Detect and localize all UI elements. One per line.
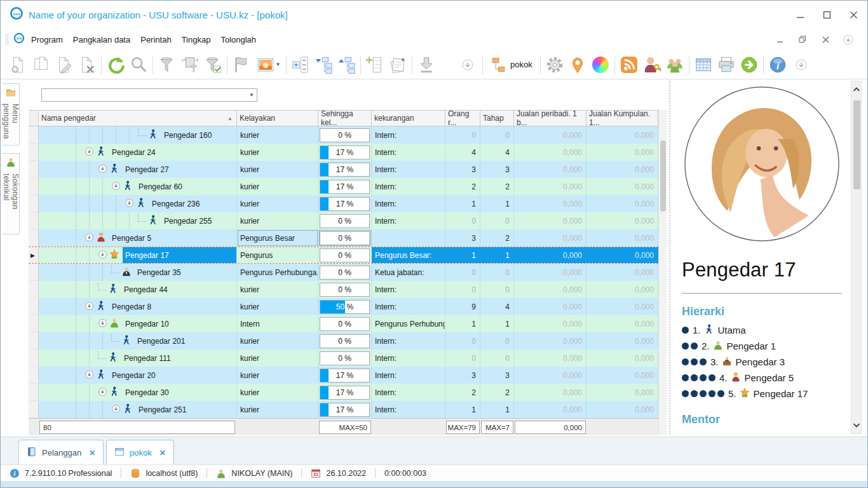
jualan-peribadi-cell[interactable]: 0,000 bbox=[514, 178, 587, 195]
tahap-cell[interactable]: 0 bbox=[480, 212, 514, 229]
kekurangan-cell[interactable]: Intern: bbox=[372, 367, 445, 384]
jualan-kumpulan-cell[interactable]: 0,000 bbox=[587, 126, 658, 144]
tahap-cell[interactable]: 0 bbox=[480, 349, 514, 367]
jualan-kumpulan-cell[interactable]: 0,000 bbox=[587, 229, 658, 247]
filter-window-icon[interactable] bbox=[179, 53, 201, 77]
tab-close-icon[interactable]: ✕ bbox=[159, 449, 166, 458]
kekurangan-cell[interactable]: Pengurus Perhubung... bbox=[372, 315, 445, 332]
percent-cell[interactable]: 17 % bbox=[318, 384, 372, 401]
footer-pct-summary[interactable]: MAX=50 bbox=[319, 421, 371, 434]
tahap-cell[interactable]: 2 bbox=[480, 384, 514, 401]
jualan-kumpulan-cell[interactable]: 0,000 bbox=[587, 195, 658, 212]
table-row-pengedar-160[interactable]: Pengedar 160kurier0 %Intern:000,0000,000 bbox=[29, 126, 658, 144]
percent-cell[interactable]: 0 % bbox=[318, 281, 372, 298]
color-wheel-icon[interactable] bbox=[589, 53, 612, 77]
orang-cell[interactable]: 1 bbox=[445, 247, 480, 263]
kekurangan-cell[interactable]: Intern: bbox=[372, 212, 445, 229]
jualan-peribadi-cell[interactable]: 0,000 bbox=[514, 126, 587, 144]
jualan-peribadi-cell[interactable]: 0,000 bbox=[514, 229, 587, 247]
tahap-cell[interactable]: 0 bbox=[480, 332, 514, 349]
footer-jualan-summary[interactable]: 0,000 bbox=[515, 421, 586, 434]
grid-scrollbar-thumb[interactable] bbox=[660, 140, 666, 212]
column-header-7[interactable]: Jualan peribadi. 1 b... bbox=[514, 111, 587, 126]
tahap-cell[interactable]: 1 bbox=[480, 315, 514, 332]
orang-cell[interactable]: 3 bbox=[445, 229, 480, 247]
percent-cell[interactable]: 17 % bbox=[318, 161, 372, 178]
table-row-pengedar-60[interactable]: Pengedar 60kurier17 %Intern:220,0000,000 bbox=[29, 178, 658, 195]
tab-close-icon[interactable]: ✕ bbox=[89, 449, 95, 458]
table-row-pengedar-17[interactable]: ▶Pengedar 17Pengurus0 %Pengurus Besar:11… bbox=[29, 247, 658, 264]
jualan-kumpulan-cell[interactable]: 0,000 bbox=[587, 281, 658, 298]
kelayakan-cell[interactable]: kurier bbox=[237, 161, 318, 178]
name-cell[interactable]: Pengedar 5 bbox=[39, 229, 237, 247]
chevron-down-icon[interactable]: ▼ bbox=[276, 62, 281, 67]
percent-cell[interactable]: 17 % bbox=[318, 144, 372, 161]
tahap-cell[interactable]: 1 bbox=[480, 247, 514, 263]
table-row-pengedar-10[interactable]: Pengedar 10Intern0 %Pengurus Perhubung..… bbox=[29, 315, 658, 332]
kekurangan-cell[interactable]: Intern: bbox=[372, 349, 445, 367]
kekurangan-cell[interactable]: Intern: bbox=[372, 384, 445, 401]
jualan-kumpulan-cell[interactable]: 0,000 bbox=[587, 384, 658, 401]
name-cell[interactable]: Pengedar 20 bbox=[39, 367, 237, 384]
orang-cell[interactable]: 0 bbox=[445, 349, 480, 367]
name-cell[interactable]: Pengedar 111 bbox=[39, 349, 237, 367]
expand-node-icon[interactable] bbox=[98, 164, 107, 175]
kelayakan-cell[interactable]: Pengurus Perhubunga... bbox=[237, 264, 318, 281]
jualan-kumpulan-cell[interactable]: 0,000 bbox=[587, 401, 658, 418]
expand-node-icon[interactable] bbox=[111, 181, 121, 193]
kelayakan-cell[interactable]: kurier bbox=[237, 367, 318, 384]
menu-item-tolonglah[interactable]: Tolonglah bbox=[215, 32, 261, 47]
kelayakan-cell[interactable]: Intern bbox=[237, 315, 318, 332]
grid-vertical-scrollbar[interactable] bbox=[658, 110, 667, 435]
percent-cell[interactable]: 17 % bbox=[318, 195, 372, 212]
jualan-kumpulan-cell[interactable]: 0,000 bbox=[587, 367, 658, 384]
column-header-4[interactable]: kekurangan bbox=[372, 111, 445, 126]
child-minimize-icon[interactable] bbox=[775, 34, 785, 44]
orang-cell[interactable]: 0 bbox=[445, 212, 480, 229]
tahap-cell[interactable]: 0 bbox=[480, 264, 514, 281]
document-tab-pelanggan[interactable]: Pelanggan✕ bbox=[18, 440, 104, 465]
table-row-pengedar-111[interactable]: Pengedar 111kurier0 %Intern:000,0000,000 bbox=[29, 349, 658, 367]
kekurangan-cell[interactable]: Intern: bbox=[372, 401, 445, 418]
jualan-peribadi-cell[interactable]: 0,000 bbox=[514, 281, 587, 298]
name-cell[interactable]: Pengedar 10 bbox=[39, 315, 237, 332]
jualan-peribadi-cell[interactable]: 0,000 bbox=[514, 144, 587, 161]
jualan-kumpulan-cell[interactable]: 0,000 bbox=[587, 144, 658, 161]
table-grid-icon[interactable] bbox=[692, 53, 715, 77]
side-tab-user-menu[interactable]: Menu pengguna bbox=[2, 83, 20, 146]
jualan-kumpulan-cell[interactable]: 0,000 bbox=[587, 298, 658, 315]
expand-node-icon[interactable] bbox=[111, 404, 121, 416]
expand-all-icon[interactable] bbox=[289, 53, 312, 77]
expand-node-icon[interactable] bbox=[98, 318, 107, 330]
orang-cell[interactable]: 9 bbox=[445, 298, 480, 315]
percent-cell[interactable]: 17 % bbox=[318, 401, 372, 418]
table-row-pengedar-201[interactable]: Pengedar 201kurier0 %Intern:000,0000,000 bbox=[29, 332, 658, 349]
name-cell[interactable]: Pengedar 17 bbox=[39, 247, 237, 263]
column-header-5[interactable]: Orang r... bbox=[445, 111, 480, 126]
kekurangan-cell[interactable]: Pengurus Besar: bbox=[372, 247, 445, 263]
table-row-pengedar-35[interactable]: Pengedar 35Pengurus Perhubunga...0 %Ketu… bbox=[29, 264, 658, 281]
percent-cell[interactable]: 0 % bbox=[318, 315, 372, 332]
orang-cell[interactable]: 2 bbox=[445, 384, 480, 401]
hierarchy-item-pengedar-5[interactable]: 4.Pengedar 5 bbox=[682, 370, 851, 386]
orang-cell[interactable]: 3 bbox=[445, 161, 480, 178]
tahap-cell[interactable]: 0 bbox=[480, 126, 514, 144]
kelayakan-cell[interactable]: kurier bbox=[237, 195, 318, 212]
jualan-kumpulan-cell[interactable]: 0,000 bbox=[587, 178, 658, 195]
table-row-pengedar-251[interactable]: Pengedar 251kurier17 %Intern:110,0000,00… bbox=[29, 401, 658, 418]
image-picker-icon[interactable]: ▼ bbox=[253, 53, 283, 77]
jualan-peribadi-cell[interactable]: 0,000 bbox=[514, 315, 587, 332]
table-row-pengedar-255[interactable]: Pengedar 255kurier0 %Intern:000,0000,000 bbox=[29, 212, 658, 229]
pokok-tree-icon[interactable]: pokok bbox=[485, 53, 538, 77]
percent-cell[interactable]: 0 % bbox=[318, 126, 372, 144]
go-next-icon[interactable] bbox=[738, 53, 761, 77]
users-group-icon[interactable] bbox=[663, 53, 686, 77]
kelayakan-cell[interactable]: kurier bbox=[237, 349, 318, 367]
kelayakan-cell[interactable]: kurier bbox=[237, 178, 318, 195]
column-header-8[interactable]: Jualan Kumpulan. 1... bbox=[587, 111, 658, 126]
kelayakan-cell[interactable]: kurier bbox=[237, 126, 318, 144]
kelayakan-cell[interactable]: kurier bbox=[237, 401, 318, 418]
maximize-icon[interactable] bbox=[822, 10, 832, 20]
kelayakan-cell[interactable]: kurier bbox=[237, 384, 318, 401]
name-cell[interactable]: Pengedar 251 bbox=[39, 401, 237, 418]
